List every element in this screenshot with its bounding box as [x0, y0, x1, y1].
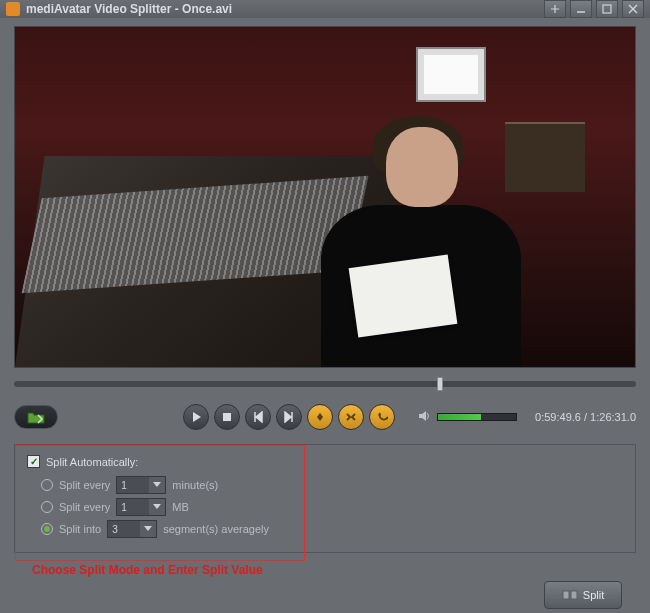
svg-rect-0	[603, 5, 611, 13]
settings-button[interactable]	[544, 0, 566, 18]
mark-split-button[interactable]	[338, 404, 364, 430]
controls-row: 0:59:49.6 / 1:26:31.0	[14, 404, 636, 430]
split-button[interactable]: Split	[544, 581, 622, 609]
split-auto-checkbox[interactable]: ✓	[27, 455, 40, 468]
split-mb-radio[interactable]	[41, 501, 53, 513]
volume-slider[interactable]	[437, 413, 517, 421]
split-mb-combo[interactable]: 1	[116, 498, 166, 516]
maximize-button[interactable]	[596, 0, 618, 18]
volume-fill	[438, 414, 481, 420]
seek-bar[interactable]	[14, 374, 636, 394]
mark-start-button[interactable]	[307, 404, 333, 430]
split-auto-label: Split Automatically:	[46, 456, 138, 468]
split-segments-combo[interactable]: 3	[107, 520, 157, 538]
seek-handle[interactable]	[437, 377, 443, 391]
split-minutes-combo[interactable]: 1	[116, 476, 166, 494]
split-segments-post: segment(s) averagely	[163, 523, 269, 535]
stop-button[interactable]	[214, 404, 240, 430]
window-title: mediAvatar Video Splitter - Once.avi	[26, 2, 544, 16]
mark-end-button[interactable]	[369, 404, 395, 430]
video-preview[interactable]	[14, 26, 636, 368]
chevron-down-icon[interactable]	[149, 477, 165, 493]
svg-rect-3	[571, 591, 577, 599]
split-icon	[562, 589, 578, 601]
svg-rect-2	[563, 591, 569, 599]
chevron-down-icon[interactable]	[149, 499, 165, 515]
split-segments-pre: Split into	[59, 523, 101, 535]
content-area: 0:59:49.6 / 1:26:31.0 ✓ Split Automatica…	[0, 18, 650, 613]
svg-rect-1	[223, 413, 231, 421]
time-display: 0:59:49.6 / 1:26:31.0	[535, 411, 636, 423]
split-options-panel: ✓ Split Automatically: Split every 1 min…	[14, 444, 636, 553]
split-minutes-radio[interactable]	[41, 479, 53, 491]
volume-icon[interactable]	[417, 409, 431, 425]
titlebar[interactable]: mediAvatar Video Splitter - Once.avi	[0, 0, 650, 18]
split-mb-pre: Split every	[59, 501, 110, 513]
annotation-text: Choose Split Mode and Enter Split Value	[32, 563, 636, 577]
open-file-button[interactable]	[14, 405, 58, 429]
split-minutes-pre: Split every	[59, 479, 110, 491]
split-mb-post: MB	[172, 501, 189, 513]
split-minutes-post: minute(s)	[172, 479, 218, 491]
close-button[interactable]	[622, 0, 644, 18]
chevron-down-icon[interactable]	[140, 521, 156, 537]
prev-button[interactable]	[245, 404, 271, 430]
app-window: mediAvatar Video Splitter - Once.avi	[0, 0, 650, 613]
minimize-button[interactable]	[570, 0, 592, 18]
play-button[interactable]	[183, 404, 209, 430]
next-button[interactable]	[276, 404, 302, 430]
app-icon	[6, 2, 20, 16]
video-scene	[15, 27, 635, 367]
split-segments-radio[interactable]	[41, 523, 53, 535]
